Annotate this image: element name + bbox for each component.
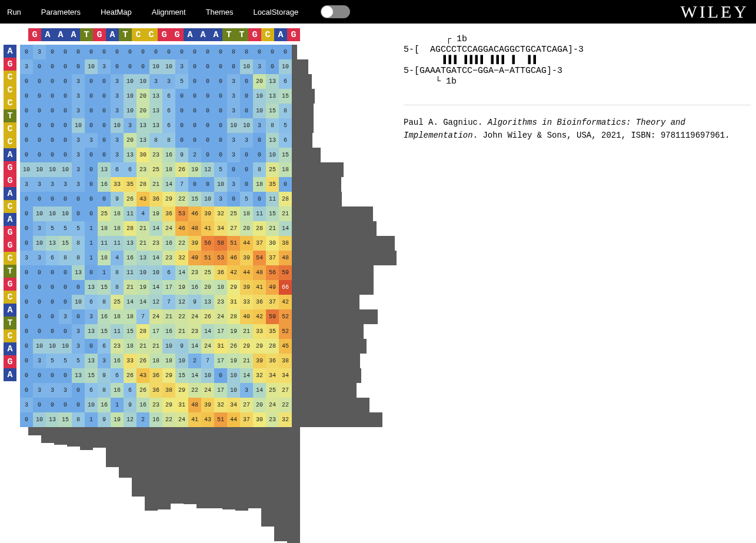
menu-run[interactable]: Run — [7, 8, 21, 16]
heatmap-cell: 23 — [162, 251, 175, 265]
heatmap-cell: 21 — [279, 206, 292, 221]
col-bar — [80, 427, 93, 450]
heatmap-cell: 24 — [201, 383, 214, 398]
heatmap-cell: 18 — [253, 177, 266, 192]
heatmap-cell: 0 — [59, 74, 72, 89]
heatmap-cell: 10 — [162, 339, 175, 354]
heatmap-cell: 26 — [124, 368, 136, 383]
heatmap-cell: 0 — [20, 89, 33, 104]
heatmap-cell: 0 — [253, 148, 266, 162]
heatmap-cell: 28 — [136, 324, 149, 339]
heatmap-cell: 10 — [240, 118, 253, 133]
heatmap-cell: 15 — [59, 236, 72, 251]
heatmap-cell: 3 — [162, 74, 175, 89]
col-bar — [184, 427, 197, 504]
theme-toggle[interactable] — [321, 5, 350, 18]
heatmap-cell: 0 — [33, 309, 46, 324]
heatmap-cell: 14 — [149, 221, 162, 236]
heatmap-cell: 0 — [20, 206, 33, 221]
heatmap-cell: 35 — [124, 177, 136, 192]
heatmap-row: 30000103000101030000103010 — [20, 59, 292, 74]
divider — [404, 105, 751, 105]
heatmap-cell: 0 — [266, 59, 279, 74]
heatmap-row: 033306816626363829222417103142527 — [20, 383, 292, 398]
heatmap-cell: 0 — [59, 324, 72, 339]
heatmap-cell: 0 — [20, 295, 33, 309]
heatmap-cell: 19 — [111, 412, 124, 427]
heatmap-cell: 36 — [149, 368, 162, 383]
heatmap-cell: 10 — [33, 412, 46, 427]
heatmap-cell: 0 — [85, 148, 98, 162]
heatmap-cell: 12 — [124, 412, 136, 427]
heatmap-cell: 0 — [59, 265, 72, 280]
menu-alignment[interactable]: Alignment — [152, 8, 186, 16]
heatmap-cell: 0 — [33, 265, 46, 280]
heatmap-cell: 0 — [72, 206, 85, 221]
menu-themes[interactable]: Themes — [206, 8, 234, 16]
heatmap-cell: 15 — [59, 412, 72, 427]
menu-localstorage[interactable]: LocalStorage — [254, 8, 299, 16]
heatmap-cell: 34 — [214, 221, 227, 236]
heatmap-cell: 0 — [279, 177, 292, 192]
heatmap-cell: 0 — [59, 133, 72, 148]
row-bar — [292, 295, 359, 309]
nuc-A: A — [4, 148, 16, 161]
heatmap-cell: 6 — [279, 133, 292, 148]
row-bar — [292, 236, 395, 251]
heatmap-cell: 23 — [149, 236, 162, 251]
heatmap-row: 0101315819191221622244143514437302332 — [20, 412, 292, 427]
heatmap-cell: 41 — [201, 221, 214, 236]
heatmap-cell: 18 — [149, 354, 162, 368]
heatmap-cell: 2 — [188, 354, 201, 368]
heatmap-cell: 10 — [227, 368, 240, 383]
heatmap-cell: 0 — [201, 177, 214, 192]
menu-heatmap[interactable]: HeatMap — [101, 8, 132, 16]
heatmap-cell: 0 — [46, 368, 59, 383]
heatmap-cell: 39 — [188, 236, 201, 251]
heatmap-cell: 14 — [162, 177, 175, 192]
heatmap-cell: 0 — [253, 45, 266, 59]
heatmap-cell: 53 — [175, 206, 188, 221]
heatmap-cell: 3 — [111, 104, 124, 118]
heatmap-cell: 3 — [98, 354, 111, 368]
heatmap-cell: 13 — [72, 265, 85, 280]
heatmap-cell: 22 — [175, 192, 188, 206]
heatmap-row: 0000130181110106142325364244485659 — [20, 265, 292, 280]
heatmap-cell: 3 — [175, 59, 188, 74]
row-bar — [292, 148, 321, 162]
heatmap-cell: 48 — [279, 251, 292, 265]
heatmap-cell: 6 — [162, 89, 175, 104]
heatmap-cell: 0 — [72, 192, 85, 206]
nuc-C: C — [4, 135, 16, 148]
nuc-G: G — [93, 28, 106, 41]
heatmap-cell: 35 — [266, 324, 279, 339]
heatmap-cell: 8 — [111, 280, 124, 295]
nuc-A: A — [197, 28, 209, 41]
heatmap-cell: 26 — [201, 309, 214, 324]
heatmap-cell: 0 — [59, 45, 72, 59]
heatmap-cell: 0 — [227, 59, 240, 74]
row-bar — [292, 221, 377, 236]
heatmap-cell: 0 — [149, 45, 162, 59]
heatmap-cell: 27 — [279, 383, 292, 398]
heatmap-cell: 22 — [279, 398, 292, 412]
menu-parameters[interactable]: Parameters — [41, 8, 81, 16]
nuc-T: T — [80, 28, 93, 41]
heatmap-cell: 6 — [85, 295, 98, 309]
heatmap-cell: 17 — [214, 354, 227, 368]
heatmap-cell: 0 — [46, 89, 59, 104]
heatmap-cell: 36 — [162, 206, 175, 221]
heatmap-cell: 6 — [162, 265, 175, 280]
heatmap-cell: 21 — [136, 236, 149, 251]
heatmap-cell: 15 — [279, 148, 292, 162]
heatmap-cell: 12 — [175, 295, 188, 309]
heatmap-cell: 13 — [266, 133, 279, 148]
heatmap-cell: 0 — [188, 89, 201, 104]
heatmap-cell: 0 — [175, 89, 188, 104]
heatmap-cell: 0 — [85, 162, 98, 177]
heatmap-cell: 0 — [85, 192, 98, 206]
nuc-C: C — [4, 329, 16, 342]
nuc-G: G — [28, 28, 41, 41]
heatmap-cell: 22 — [188, 383, 201, 398]
nuc-G: G — [287, 28, 300, 41]
